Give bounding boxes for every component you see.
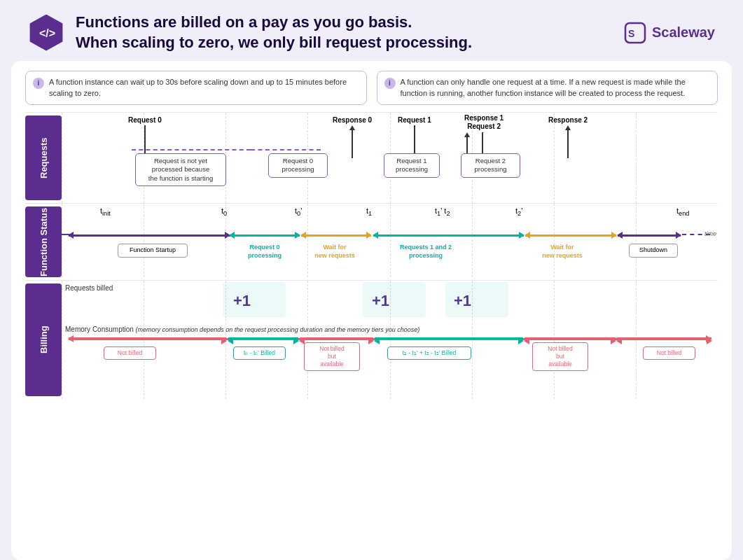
svg-text:S: S [628,28,634,39]
t-1-prime-t-2: t1' t2 [435,206,450,217]
billing-box-not-billed-avail-2: Not billedbutavailable [532,342,588,371]
phase-req12-label: Requests 1 and 2processing [380,244,471,260]
request0-arrow: Request 0 [128,116,162,158]
req0-processing-box: Request 0processing [268,153,328,178]
request1-label: Request 1 [398,116,431,124]
response2-label: Response 2 [548,116,588,124]
dashed-line-0 [132,149,251,150]
billing-box-not-billed-avail-1: Not billedbutavailable [304,342,360,371]
info-text-2: A function can only handle one request a… [401,77,711,99]
response2-arrow: Response 2 [548,116,588,158]
phase-req12-arrow [373,234,524,237]
requests-label: Requests [25,115,62,200]
info-text-1: A function instance can wait up to 30s b… [49,77,359,99]
function-status-content: tinit t0 t0' t1 t1' t2 t2' tend [62,204,718,277]
t-2-prime: t2' [515,206,522,217]
request1-arrow: Request 1 [398,116,431,158]
phase-startup-arrow [69,234,230,237]
t-init: tinit [100,206,111,217]
info-icon-2: i [384,78,396,89]
time-label: time [704,230,716,237]
header: </> Functions are billed on a pay as you… [0,0,743,61]
phase-wait2-arrow [525,234,616,237]
dashed-line-1 [251,149,321,150]
billing-box-not-billed-right: Not billed [643,346,695,360]
diagram-area: Requests Request 0 [25,112,718,553]
billing-box-not-billed-left: Not billed [104,346,156,360]
phase-shutdown-arrow [618,234,681,237]
billing-section: Billing Requests billed + [25,280,718,399]
billing-label: Billing [25,284,62,396]
t-0: t0 [221,206,227,217]
response1-request2-group: Response 1Request 2 [464,114,504,158]
phase-shutdown-box: Shutdown [629,244,678,258]
grid-lines-funcstatus [62,204,718,277]
info-box-1: i A function instance can wait up to 30s… [25,71,367,105]
req2-processing-box: Request 2processing [461,153,520,178]
phase-wait1-label: Wait fornew requests [300,244,370,260]
function-status-section: Function Status tinit t0 t0' [25,203,718,280]
scaleway-logo: S Scaleway [624,22,715,44]
req1-processing-box: Request 1processing [384,153,440,178]
request0-label: Request 0 [128,116,162,124]
response0-label: Response 0 [333,116,372,124]
billing-box-t0: t₀ - t₀' Billed [233,346,286,360]
phase-wait2-label: Wait fornew requests [527,244,597,260]
t-1: t1 [366,206,372,217]
not-processed-box: Request is not yetprocessed becausethe f… [135,153,226,186]
info-row: i A function instance can wait up to 30s… [25,71,718,105]
info-box-2: i A function can only handle one request… [377,71,718,105]
requests-billed-label: Requests billed [65,284,113,292]
info-icon-1: i [33,78,44,89]
phase-wait1-arrow [301,234,371,237]
phase-req0-arrow [230,234,300,237]
header-left: </> Functions are billed on a pay as you… [28,13,472,52]
requests-section: Requests Request 0 [25,112,718,203]
main-card: i A function instance can wait up to 30s… [11,61,732,560]
phase-startup-box: Function Startup [118,244,188,258]
billing-box-t1: t₁ - t₁' + t₂ - t₂' Billed [387,346,471,360]
brand-icon: </> [28,15,64,51]
svg-text:</>: </> [39,27,55,39]
phase-req0-label: Request 0processing [230,244,300,260]
memory-label: Memory Consumption (memory consumption d… [65,326,419,333]
t-0-prime: t0' [295,206,302,217]
header-title: Functions are billed on a pay as you go … [76,13,472,52]
requests-content: Request 0 Request is not yetprocessed be… [62,113,718,203]
t-end: tend [676,206,689,217]
billing-content: Requests billed +1 +1 +1 Memory Consumpt… [62,281,718,399]
response0-arrow: Response 0 [333,116,372,158]
function-status-label: Function Status [25,206,62,277]
